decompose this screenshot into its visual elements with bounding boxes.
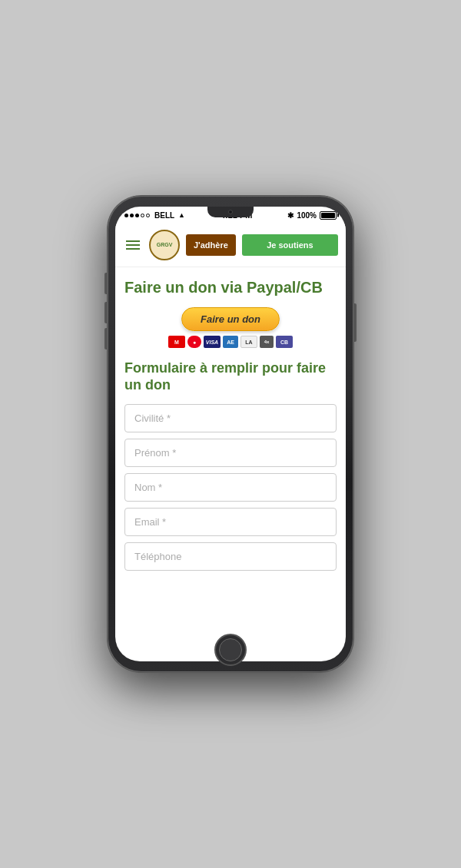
logo[interactable]: GRGV [149,230,180,260]
navbar: GRGV J'adhère Je soutiens [115,224,346,267]
bluetooth-icon: ✱ [287,211,294,220]
battery-fill [321,213,335,218]
prenom-group [124,439,337,467]
signal-dot-5 [146,214,150,217]
signal-dot-1 [124,214,128,217]
screen-content: GRGV J'adhère Je soutiens Faire un don v… [115,224,346,661]
maestro-logo: M [168,336,185,348]
telephone-group [124,542,337,571]
paypal-section: Faire un don M ● VISA AE LA 4x CB [124,307,337,348]
status-left: BELL ▲ [124,211,185,220]
nom-group [124,473,337,502]
phone-notch [207,207,254,217]
email-input[interactable] [124,508,337,536]
telephone-input[interactable] [124,542,337,571]
adhere-button[interactable]: J'adhère [186,234,236,256]
status-right: ✱ 100% [287,211,337,220]
home-button[interactable] [214,634,247,666]
nom-input[interactable] [124,473,337,502]
cb-logo: CB [276,336,293,348]
phone-device: BELL ▲ 4:21 PM ✱ 100% [108,196,353,672]
phone-screen: BELL ▲ 4:21 PM ✱ 100% [115,207,346,661]
mastercard-logo: ● [187,336,201,348]
paypal-donate-button[interactable]: Faire un don [181,307,280,331]
soutiens-button[interactable]: Je soutiens [242,234,338,256]
signal-dot-3 [135,214,139,217]
4x-logo: 4x [260,336,274,348]
hamburger-line-2 [126,244,140,246]
civilite-group [124,404,337,432]
home-button-inner [219,638,242,661]
hamburger-line-1 [126,240,140,242]
camera-dot [228,210,233,214]
wifi-icon: ▲ [178,211,185,219]
visa-logo: VISA [204,336,221,348]
postale-logo: LA [240,336,257,348]
form-section-title: Formulaire à remplir pour faire un don [124,360,337,393]
amex-logo: AE [223,336,238,348]
prenom-input[interactable] [124,439,337,467]
email-group [124,508,337,536]
paypal-section-title: Faire un don via Paypal/CB [124,278,337,297]
signal-dot-4 [141,214,144,217]
signal-dot-2 [130,214,134,217]
carrier-label: BELL [154,211,174,220]
signal-dots [124,214,150,217]
civilite-input[interactable] [124,404,337,432]
main-content: Faire un don via Paypal/CB Faire un don … [115,267,346,588]
hamburger-menu[interactable] [123,237,143,253]
battery-icon [320,211,337,220]
logo-text: GRGV [157,242,173,248]
battery-percent: 100% [297,211,317,220]
hamburger-line-3 [126,248,140,250]
payment-logos: M ● VISA AE LA 4x CB [168,336,293,348]
